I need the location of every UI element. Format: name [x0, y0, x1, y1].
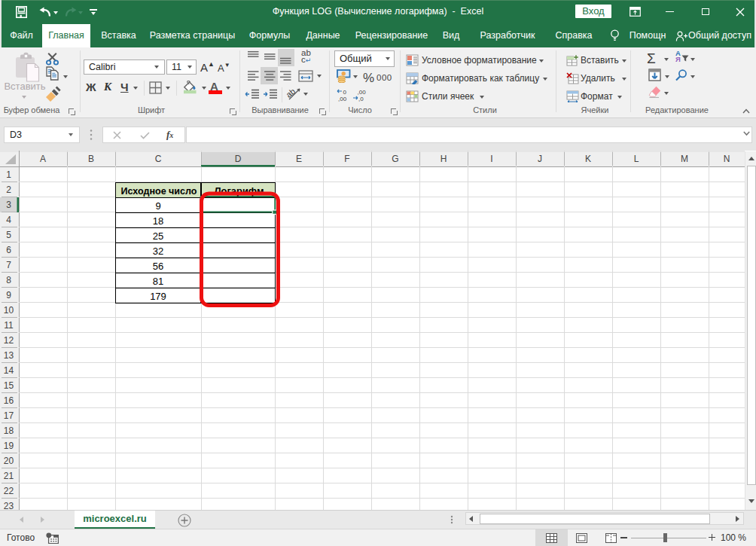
svg-text:32: 32: [153, 246, 163, 257]
svg-text:,00: ,00: [338, 96, 347, 102]
svg-text:179: 179: [150, 291, 166, 302]
svg-text:81: 81: [153, 276, 163, 287]
svg-text:25: 25: [153, 230, 163, 242]
svg-text:Исходное число: Исходное число: [121, 185, 197, 197]
svg-text:0: 0: [343, 89, 347, 96]
svg-text:56: 56: [153, 261, 163, 272]
svg-text:18: 18: [153, 215, 163, 227]
svg-text:,0: ,0: [358, 96, 364, 102]
svg-text:,00: ,00: [358, 89, 367, 96]
svg-text:9: 9: [155, 200, 160, 212]
